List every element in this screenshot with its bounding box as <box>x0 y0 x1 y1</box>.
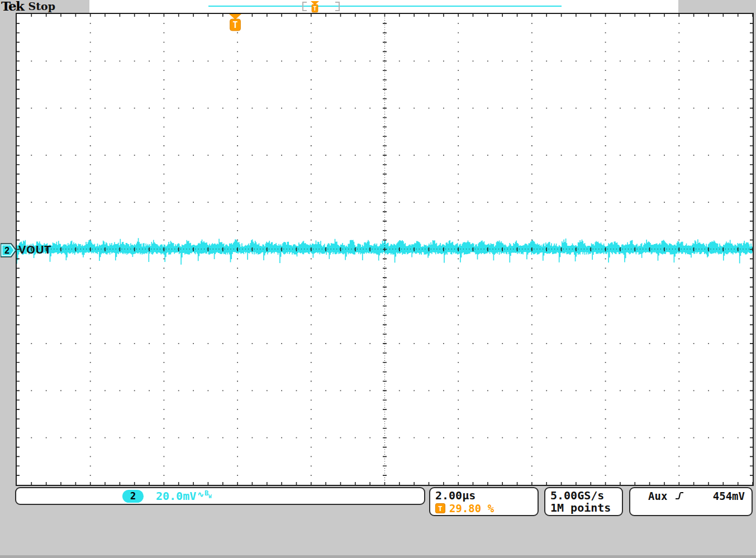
window-bracket-right[interactable] <box>335 2 340 11</box>
graticule <box>16 13 754 486</box>
bandwidth-limit-icon: B <box>205 489 208 497</box>
channel2-marker-number: 2 <box>4 246 9 255</box>
record-length-value: 1M points <box>550 502 622 514</box>
channel2-position-marker[interactable]: 2 <box>1 242 17 258</box>
channel2-badge: 2 <box>122 490 144 503</box>
record-trigger-flag-icon[interactable]: T <box>308 1 321 13</box>
record-overview-line <box>208 6 562 7</box>
record-trigger-flag-letter: T <box>313 6 316 12</box>
acquisition-readout-box[interactable]: 5.00GS/s 1M points <box>544 487 623 516</box>
oscilloscope-screen: Tek Stop T T 2 VOUT 2 20.0mV ∿ B W <box>0 0 756 558</box>
trigger-readout-box[interactable]: Aux 454mV <box>629 487 753 516</box>
screen-bottom-edge <box>0 555 756 558</box>
horizontal-readout-box[interactable]: 2.00µs T 29.80 % <box>429 487 539 516</box>
tek-logo: Tek <box>1 0 24 12</box>
sample-rate-value: 5.00GS/s <box>550 489 622 502</box>
header: Tek Stop <box>1 0 55 13</box>
waveform-label: VOUT <box>18 244 52 256</box>
trigger-position-value: 29.80 % <box>449 502 494 514</box>
trigger-flag-letter: T <box>232 20 237 30</box>
channel2-scale-value: 20.0mV <box>156 489 196 503</box>
trigger-source-value: Aux <box>648 490 667 502</box>
trigger-position-flag[interactable]: T <box>228 14 243 32</box>
acquisition-status: Stop <box>28 0 55 12</box>
trigger-t-icon: T <box>435 503 445 513</box>
channel2-readout-box[interactable]: 2 20.0mV ∿ B W <box>15 487 425 505</box>
bandwidth-limit-sub: W <box>208 494 211 499</box>
channel2-badge-number: 2 <box>130 490 136 502</box>
rising-edge-icon <box>675 492 684 500</box>
ac-coupling-icon: ∿ <box>197 490 204 499</box>
graticule-svg <box>17 14 753 485</box>
trigger-level-value: 454mV <box>713 490 745 502</box>
trigger-t-icon-letter: T <box>438 504 443 513</box>
channel2-scale-readout: 20.0mV ∿ B W <box>156 489 212 503</box>
window-bracket-left[interactable] <box>302 2 307 11</box>
timebase-value: 2.00µs <box>435 489 538 502</box>
